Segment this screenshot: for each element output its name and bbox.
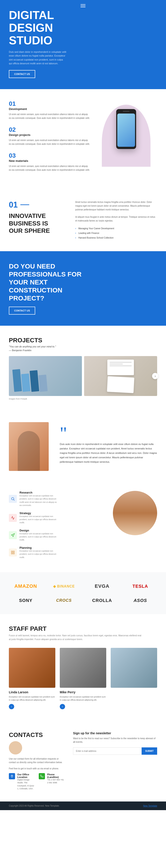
phone-icon	[39, 773, 45, 779]
contacts-title: CONTACTS	[9, 732, 64, 739]
phone-screen	[117, 114, 135, 147]
newsletter-email-input[interactable]	[73, 747, 142, 755]
mike-more-button[interactable]: ›	[60, 704, 65, 709]
services-list: Research Excepteur sint occaecat cupidat…	[9, 491, 58, 563]
projects-title: PROJECTS	[9, 337, 157, 344]
staff-grid: Linda Larson Excepteur sint occaecat cup…	[9, 648, 157, 709]
innovative-title: INNOVATIVE BUSINESS IS OUR SPHERE	[9, 212, 71, 235]
projects-credit: Images from Freepik	[9, 398, 157, 400]
hero-contact-button[interactable]: CONTACT US	[9, 70, 35, 78]
testimonial-text: Duis aute irure dolor in reprehenderit i…	[60, 442, 157, 464]
newsletter-form: SUBMIT	[73, 747, 157, 755]
svg-rect-5	[11, 553, 12, 554]
innovative-section: 01 INNOVATIVE BUSINESS IS OUR SPHERE Ame…	[0, 189, 166, 251]
service-item-research: Research Excepteur sint occaecat cupidat…	[9, 491, 58, 507]
hero-description: Duis sed diam dolor in reprehenderit in …	[9, 50, 66, 66]
svg-point-0	[11, 498, 14, 500]
contacts-desc: Use our contact form for all information…	[9, 757, 64, 764]
biz-card-1	[107, 360, 134, 375]
svg-rect-4	[13, 551, 14, 552]
features-list: 01 Development Ut enim ad minim veniam, …	[9, 100, 95, 178]
service-item-planning: Planning Excepteur sint occaecat cupidat…	[9, 546, 58, 559]
person-silhouette	[18, 431, 40, 471]
svg-rect-3	[11, 551, 12, 552]
brand-amazon: amazon	[9, 581, 43, 591]
features-section: 01 Development Ut enim ad minim veniam, …	[0, 89, 166, 189]
amazon-logo: amazon	[14, 583, 37, 589]
projects-quote: "You can do anything you set your mind t…	[9, 345, 157, 348]
innovative-right: Amet luctus venenatis lectus magna fring…	[71, 200, 157, 240]
banner-contact-button[interactable]: CONTACT US	[9, 307, 35, 315]
strategy-icon	[9, 514, 17, 522]
svg-line-1	[13, 500, 14, 501]
staff-card-third	[111, 648, 157, 709]
linda-more-button[interactable]: ›	[9, 704, 14, 709]
projects-author: — Benjamin Franklin	[9, 349, 157, 352]
project-card-1[interactable]	[9, 356, 82, 396]
planning-icon	[9, 549, 17, 557]
brand-asos: asos	[124, 596, 157, 605]
projects-grid: ›	[9, 356, 157, 396]
footer-link[interactable]: New Template	[143, 805, 157, 807]
design-icon	[9, 531, 17, 539]
third-photo	[111, 648, 157, 688]
contact-address-item: Our Office Location Digital Design Studi…	[9, 773, 34, 790]
mike-name: Mike Perry	[60, 690, 106, 694]
book-item-1: Managing Your Career Development	[75, 226, 157, 231]
tesla-logo: TESLA	[132, 584, 148, 589]
header-section: DIGITAL DESIGN STUDIO Duis sed diam dolo…	[0, 0, 166, 89]
project-card-2[interactable]	[84, 356, 157, 396]
testimonial-person	[9, 422, 53, 471]
staff-intro: Fusce ut velit laoreet, tempus arcu eu, …	[9, 634, 142, 641]
feature-item-1: 01 Development Ut enim ad minim veniam, …	[9, 100, 91, 120]
staff-section: STAFF PART Fusce ut velit laoreet, tempu…	[0, 614, 166, 720]
location-icon	[9, 773, 15, 779]
brand-crocs: crocs	[47, 596, 81, 605]
book-list: Managing Your Career Development Leading…	[75, 226, 157, 240]
testimonial-content: " Duis aute irure dolor in reprehenderit…	[60, 429, 157, 464]
phone-circle-bg	[102, 105, 151, 167]
contacts-link: Feel free to get in touch with us via em…	[9, 767, 64, 770]
asos-logo: asos	[133, 598, 147, 603]
hero-title: DIGITAL DESIGN STUDIO	[9, 9, 157, 47]
brand-sony: SONY	[9, 596, 43, 605]
feature-item-3: 03 New materials Ut enim ad minim veniam…	[9, 152, 91, 172]
contact-avatar	[9, 741, 22, 754]
services-section: Research Excepteur sint occaecat cupidat…	[0, 482, 166, 572]
card-books-decoration	[9, 356, 82, 396]
brand-crolla: CROLLA	[85, 596, 119, 605]
contacts-right: Sign up for the newsletter Want to be th…	[73, 732, 157, 790]
staff-card-mike: Mike Perry Excepteur sint occaecat cupid…	[60, 648, 106, 709]
book-item-3: Harvard Business School Collection	[75, 236, 157, 240]
person2-circle	[113, 491, 157, 535]
testimonial-section: " Duis aute irure dolor in reprehenderit…	[0, 411, 166, 482]
brand-evga: EVGA	[85, 581, 119, 591]
mike-photo	[60, 648, 106, 688]
projects-next-arrow[interactable]: ›	[152, 373, 158, 379]
binance-logo: ◆ BINANCE	[53, 584, 75, 588]
contact-info-grid: Our Office Location Digital Design Studi…	[9, 773, 64, 790]
crocs-logo: crocs	[56, 598, 72, 603]
phone-text: +91 2 007 893 +91 2 092 3096	[47, 778, 64, 784]
banner-title: DO YOU NEED PROFESSIONALS FOR YOUR NEXT …	[9, 262, 97, 302]
hamburger-menu[interactable]	[80, 3, 86, 8]
person-photo	[9, 422, 49, 471]
services-right	[62, 491, 157, 563]
address-title: Our Office Location	[17, 773, 34, 778]
biz-card-2	[107, 376, 134, 393]
service-item-strategy: Strategy Excepteur sint occaecat cupidat…	[9, 512, 58, 524]
footer: Copyright 2023 All Rights Reserved. New …	[0, 802, 166, 810]
newsletter-title: Sign up for the newsletter	[73, 732, 157, 735]
banner-section: DO YOU NEED PROFESSIONALS FOR YOUR NEXT …	[0, 251, 166, 326]
svg-rect-6	[13, 553, 14, 554]
feature-item-2: 02 Design projects Ut enim ad minim veni…	[9, 126, 91, 146]
crolla-logo: CROLLA	[92, 598, 112, 603]
newsletter-submit-button[interactable]: SUBMIT	[142, 747, 157, 755]
phone-title: Phone (Landline)	[47, 773, 64, 778]
brands-grid: amazon ◆ BINANCE EVGA TESLA SONY crocs C…	[9, 581, 157, 605]
contact-phone-item: Phone (Landline) +91 2 007 893 +91 2 092…	[39, 773, 64, 790]
quote-mark-icon: "	[60, 429, 157, 438]
newsletter-text: Want to be the first to read our news? S…	[73, 737, 157, 744]
contacts-left: CONTACTS Use our contact form for all in…	[9, 732, 64, 790]
card-biz-decoration	[84, 356, 157, 396]
